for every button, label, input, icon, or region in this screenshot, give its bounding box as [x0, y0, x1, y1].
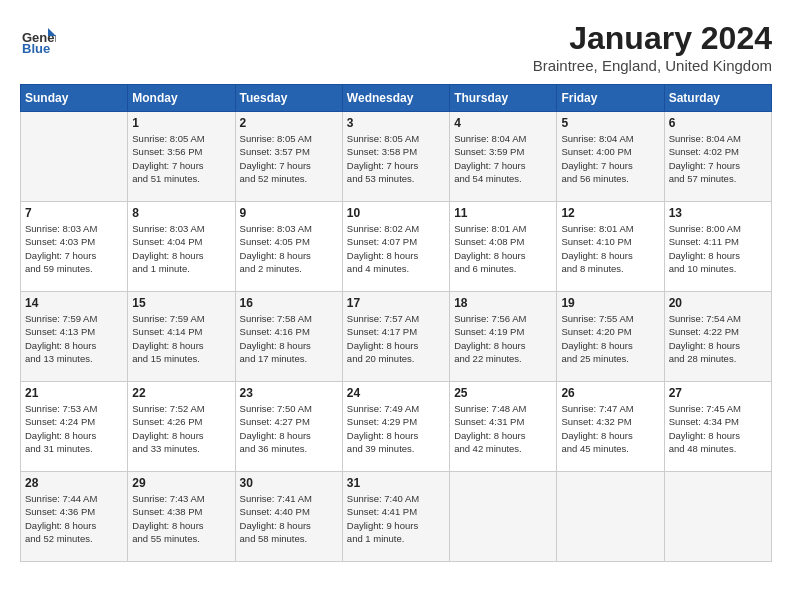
day-number: 26 — [561, 386, 659, 400]
day-number: 21 — [25, 386, 123, 400]
calendar-cell: 19Sunrise: 7:55 AM Sunset: 4:20 PM Dayli… — [557, 292, 664, 382]
day-number: 3 — [347, 116, 445, 130]
day-number: 18 — [454, 296, 552, 310]
logo-icon: General Blue — [20, 20, 56, 56]
day-number: 27 — [669, 386, 767, 400]
day-info: Sunrise: 7:47 AM Sunset: 4:32 PM Dayligh… — [561, 402, 659, 455]
day-info: Sunrise: 7:43 AM Sunset: 4:38 PM Dayligh… — [132, 492, 230, 545]
day-info: Sunrise: 8:05 AM Sunset: 3:56 PM Dayligh… — [132, 132, 230, 185]
day-number: 24 — [347, 386, 445, 400]
day-number: 17 — [347, 296, 445, 310]
day-info: Sunrise: 7:56 AM Sunset: 4:19 PM Dayligh… — [454, 312, 552, 365]
day-number: 9 — [240, 206, 338, 220]
calendar-cell: 4Sunrise: 8:04 AM Sunset: 3:59 PM Daylig… — [450, 112, 557, 202]
day-number: 5 — [561, 116, 659, 130]
day-number: 10 — [347, 206, 445, 220]
weekday-header-saturday: Saturday — [664, 85, 771, 112]
day-info: Sunrise: 8:04 AM Sunset: 3:59 PM Dayligh… — [454, 132, 552, 185]
day-info: Sunrise: 7:40 AM Sunset: 4:41 PM Dayligh… — [347, 492, 445, 545]
weekday-header-tuesday: Tuesday — [235, 85, 342, 112]
day-number: 13 — [669, 206, 767, 220]
calendar-cell: 3Sunrise: 8:05 AM Sunset: 3:58 PM Daylig… — [342, 112, 449, 202]
day-number: 4 — [454, 116, 552, 130]
calendar-cell: 13Sunrise: 8:00 AM Sunset: 4:11 PM Dayli… — [664, 202, 771, 292]
day-number: 23 — [240, 386, 338, 400]
weekday-header-wednesday: Wednesday — [342, 85, 449, 112]
day-number: 25 — [454, 386, 552, 400]
day-info: Sunrise: 7:58 AM Sunset: 4:16 PM Dayligh… — [240, 312, 338, 365]
calendar-cell: 21Sunrise: 7:53 AM Sunset: 4:24 PM Dayli… — [21, 382, 128, 472]
calendar-cell: 2Sunrise: 8:05 AM Sunset: 3:57 PM Daylig… — [235, 112, 342, 202]
calendar-cell — [664, 472, 771, 562]
logo: General Blue — [20, 20, 60, 56]
day-info: Sunrise: 7:48 AM Sunset: 4:31 PM Dayligh… — [454, 402, 552, 455]
day-info: Sunrise: 8:00 AM Sunset: 4:11 PM Dayligh… — [669, 222, 767, 275]
day-number: 12 — [561, 206, 659, 220]
calendar-cell — [450, 472, 557, 562]
day-number: 2 — [240, 116, 338, 130]
calendar-cell: 27Sunrise: 7:45 AM Sunset: 4:34 PM Dayli… — [664, 382, 771, 472]
day-info: Sunrise: 7:55 AM Sunset: 4:20 PM Dayligh… — [561, 312, 659, 365]
day-info: Sunrise: 7:49 AM Sunset: 4:29 PM Dayligh… — [347, 402, 445, 455]
day-info: Sunrise: 7:54 AM Sunset: 4:22 PM Dayligh… — [669, 312, 767, 365]
weekday-header-sunday: Sunday — [21, 85, 128, 112]
day-number: 19 — [561, 296, 659, 310]
day-number: 20 — [669, 296, 767, 310]
day-info: Sunrise: 8:04 AM Sunset: 4:02 PM Dayligh… — [669, 132, 767, 185]
calendar-cell: 10Sunrise: 8:02 AM Sunset: 4:07 PM Dayli… — [342, 202, 449, 292]
day-number: 29 — [132, 476, 230, 490]
calendar-cell: 24Sunrise: 7:49 AM Sunset: 4:29 PM Dayli… — [342, 382, 449, 472]
calendar-cell: 30Sunrise: 7:41 AM Sunset: 4:40 PM Dayli… — [235, 472, 342, 562]
day-number: 7 — [25, 206, 123, 220]
day-number: 15 — [132, 296, 230, 310]
day-info: Sunrise: 8:01 AM Sunset: 4:08 PM Dayligh… — [454, 222, 552, 275]
day-info: Sunrise: 8:03 AM Sunset: 4:05 PM Dayligh… — [240, 222, 338, 275]
month-title: January 2024 — [533, 20, 772, 57]
calendar-cell: 8Sunrise: 8:03 AM Sunset: 4:04 PM Daylig… — [128, 202, 235, 292]
day-number: 14 — [25, 296, 123, 310]
calendar-cell — [21, 112, 128, 202]
weekday-header-monday: Monday — [128, 85, 235, 112]
svg-text:Blue: Blue — [22, 41, 50, 56]
day-info: Sunrise: 7:59 AM Sunset: 4:13 PM Dayligh… — [25, 312, 123, 365]
day-info: Sunrise: 7:44 AM Sunset: 4:36 PM Dayligh… — [25, 492, 123, 545]
calendar-cell: 31Sunrise: 7:40 AM Sunset: 4:41 PM Dayli… — [342, 472, 449, 562]
weekday-header-thursday: Thursday — [450, 85, 557, 112]
day-info: Sunrise: 7:59 AM Sunset: 4:14 PM Dayligh… — [132, 312, 230, 365]
day-info: Sunrise: 7:50 AM Sunset: 4:27 PM Dayligh… — [240, 402, 338, 455]
location-title: Braintree, England, United Kingdom — [533, 57, 772, 74]
calendar-cell: 22Sunrise: 7:52 AM Sunset: 4:26 PM Dayli… — [128, 382, 235, 472]
day-info: Sunrise: 7:53 AM Sunset: 4:24 PM Dayligh… — [25, 402, 123, 455]
day-info: Sunrise: 8:04 AM Sunset: 4:00 PM Dayligh… — [561, 132, 659, 185]
day-info: Sunrise: 8:02 AM Sunset: 4:07 PM Dayligh… — [347, 222, 445, 275]
day-info: Sunrise: 7:52 AM Sunset: 4:26 PM Dayligh… — [132, 402, 230, 455]
day-info: Sunrise: 8:01 AM Sunset: 4:10 PM Dayligh… — [561, 222, 659, 275]
day-info: Sunrise: 8:05 AM Sunset: 3:57 PM Dayligh… — [240, 132, 338, 185]
weekday-header-friday: Friday — [557, 85, 664, 112]
calendar-cell: 9Sunrise: 8:03 AM Sunset: 4:05 PM Daylig… — [235, 202, 342, 292]
day-number: 31 — [347, 476, 445, 490]
day-number: 1 — [132, 116, 230, 130]
day-info: Sunrise: 7:57 AM Sunset: 4:17 PM Dayligh… — [347, 312, 445, 365]
calendar-cell: 29Sunrise: 7:43 AM Sunset: 4:38 PM Dayli… — [128, 472, 235, 562]
day-number: 8 — [132, 206, 230, 220]
day-info: Sunrise: 7:45 AM Sunset: 4:34 PM Dayligh… — [669, 402, 767, 455]
calendar-cell: 12Sunrise: 8:01 AM Sunset: 4:10 PM Dayli… — [557, 202, 664, 292]
day-number: 6 — [669, 116, 767, 130]
calendar-cell: 25Sunrise: 7:48 AM Sunset: 4:31 PM Dayli… — [450, 382, 557, 472]
calendar-cell: 17Sunrise: 7:57 AM Sunset: 4:17 PM Dayli… — [342, 292, 449, 382]
calendar-cell: 28Sunrise: 7:44 AM Sunset: 4:36 PM Dayli… — [21, 472, 128, 562]
day-number: 16 — [240, 296, 338, 310]
day-number: 30 — [240, 476, 338, 490]
calendar-cell — [557, 472, 664, 562]
calendar-cell: 1Sunrise: 8:05 AM Sunset: 3:56 PM Daylig… — [128, 112, 235, 202]
calendar-cell: 7Sunrise: 8:03 AM Sunset: 4:03 PM Daylig… — [21, 202, 128, 292]
title-block: January 2024 Braintree, England, United … — [533, 20, 772, 74]
day-info: Sunrise: 8:03 AM Sunset: 4:03 PM Dayligh… — [25, 222, 123, 275]
calendar-table: SundayMondayTuesdayWednesdayThursdayFrid… — [20, 84, 772, 562]
day-info: Sunrise: 8:03 AM Sunset: 4:04 PM Dayligh… — [132, 222, 230, 275]
day-number: 11 — [454, 206, 552, 220]
calendar-cell: 16Sunrise: 7:58 AM Sunset: 4:16 PM Dayli… — [235, 292, 342, 382]
calendar-cell: 23Sunrise: 7:50 AM Sunset: 4:27 PM Dayli… — [235, 382, 342, 472]
calendar-cell: 20Sunrise: 7:54 AM Sunset: 4:22 PM Dayli… — [664, 292, 771, 382]
